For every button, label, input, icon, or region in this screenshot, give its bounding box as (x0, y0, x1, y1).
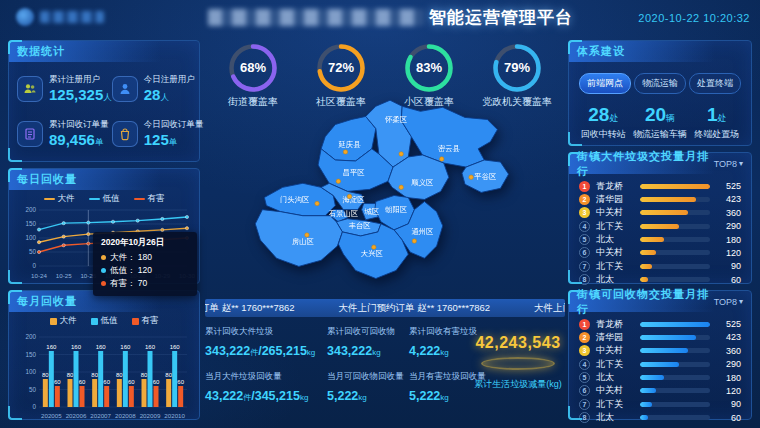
rank-bar-fill (640, 197, 696, 202)
stat-value: 125,325人 (49, 86, 112, 103)
tab-logistics-transport[interactable]: 物流运输 (634, 73, 686, 94)
rank-bar-fill (640, 415, 648, 420)
page-title: 智能运营管理平台 (429, 6, 573, 29)
stat-label: 累计回收订单量 (49, 119, 109, 131)
clock: 2020-10-22 10:20:32 (638, 12, 750, 24)
rank-badge: 7 (579, 261, 590, 272)
order-ticker: 大件上门预约订单 赵** 1760***7862大件上门预约订单 赵** 176… (205, 299, 565, 317)
rank-name: 北太 (596, 233, 638, 246)
rank-bar-track (640, 362, 710, 367)
district-label: 门头沟区 (280, 195, 309, 204)
rank-row: 7北下关90 (579, 261, 741, 271)
rank-value: 423 (717, 332, 741, 342)
district-label: 房山区 (292, 237, 314, 246)
rank-name: 北下关 (596, 260, 638, 273)
district-label: 朝阳区 (384, 205, 407, 214)
site-dot (315, 201, 319, 205)
svg-text:80: 80 (116, 372, 123, 378)
users-icon (17, 76, 43, 102)
rank-badge: 6 (579, 385, 590, 396)
panel-title: 体系建设 (577, 44, 625, 59)
district-label: 大兴区 (361, 249, 383, 258)
rank-row: 7北下关90 (579, 399, 741, 409)
rank-value: 290 (717, 221, 741, 231)
svg-text:80: 80 (165, 372, 172, 378)
rank-row: 1青龙桥525 (579, 181, 741, 191)
legend-swatch (132, 318, 139, 325)
top8-dropdown[interactable]: TOP8 (714, 297, 743, 307)
rank-name: 北下关 (596, 398, 638, 411)
legend-label: 低值 (103, 193, 120, 205)
rank-row: 2清华园423 (579, 332, 741, 342)
summary-label: 累计回收有害垃圾 (409, 326, 475, 338)
rank-name: 中关村 (596, 384, 638, 397)
stat-value: 125单 (144, 131, 204, 148)
summary-value: 343,222件/265,215kg (205, 341, 323, 359)
district-label: 丰台区 (349, 221, 371, 230)
panel-daily-recycling: 每日回收量 大件低值有害 05010015020010-2410-2510-26… (8, 168, 200, 284)
rank-list-large: 1青龙桥5252清华园4233中关村3604北下关2905北太1806中关村12… (569, 174, 751, 289)
svg-text:160: 160 (46, 344, 57, 350)
rank-value: 120 (717, 386, 741, 396)
rank-bar-fill (640, 277, 648, 282)
tab-disposal-terminal[interactable]: 处置终端 (689, 73, 741, 94)
summary-value: 5,222kg (327, 386, 405, 404)
rank-bar-track (640, 277, 710, 282)
legend-label: 大件 (60, 315, 77, 327)
beijing-district-map: 延庆县怀柔区密云县平谷区昌平区顺义区门头沟区海淀区石景山区城区朝阳区丰台区通州区… (236, 96, 540, 302)
rank-bar-fill (640, 264, 652, 269)
rank-bar-track (640, 197, 710, 202)
monthly-chart: 0501001502002020058016060202006801606020… (9, 328, 199, 426)
sys-disposal-site: 1处 终端处置场 (688, 104, 745, 141)
district-label: 海淀区 (343, 195, 365, 204)
tab-front-end-outlets[interactable]: 前端网点 (579, 73, 631, 94)
summary-cell: 累计回收有害垃圾 4,222kg (409, 326, 475, 359)
stat-label: 今日注册用户 (144, 74, 195, 86)
legend-item: 有害 (134, 193, 165, 205)
rank-badge: 4 (579, 221, 590, 232)
svg-text:150: 150 (25, 220, 36, 227)
gauge-percent: 72% (300, 60, 382, 75)
site-dot (439, 157, 443, 161)
rank-value: 90 (717, 261, 741, 271)
svg-text:202006: 202006 (66, 412, 87, 419)
rank-badge: 4 (579, 359, 590, 370)
rank-name: 北太 (596, 411, 638, 424)
svg-text:160: 160 (120, 344, 131, 350)
rank-value: 180 (717, 235, 741, 245)
svg-text:80: 80 (141, 372, 148, 378)
rank-badge: 5 (579, 372, 590, 383)
svg-text:60: 60 (128, 379, 135, 385)
svg-text:10-24: 10-24 (31, 272, 47, 279)
legend-label: 大件 (58, 193, 75, 205)
summary-grid: 累计回收大件垃圾 343,222件/265,215kg 累计回收可回收物 343… (205, 326, 471, 404)
rank-name: 中关村 (596, 246, 638, 259)
legend-swatch (44, 198, 55, 201)
site-dot (399, 152, 403, 156)
svg-text:202009: 202009 (140, 412, 161, 419)
rank-badge: 7 (579, 399, 590, 410)
tooltip-dot (101, 268, 106, 273)
rank-bar-fill (640, 210, 688, 215)
rank-name: 中关村 (596, 206, 638, 219)
rank-bar-track (640, 184, 710, 189)
svg-text:60: 60 (54, 379, 61, 385)
chart-tooltip: 2020年10月26日大件： 180低值： 120有害： 70 (93, 232, 197, 296)
site-dot (336, 179, 340, 183)
rank-badge: 6 (579, 247, 590, 258)
district-label: 昌平区 (343, 168, 365, 177)
monthly-chart-legend: 大件低值有害 (9, 312, 199, 328)
panel-monthly-recycling: 每月回收量 大件低值有害 050100150200202005801606020… (8, 290, 200, 420)
panel-title: 街镇大件垃圾交投量月排行 (577, 149, 714, 179)
tooltip-text: 有害： 70 (110, 277, 147, 290)
gauge-percent: 79% (476, 60, 558, 75)
district-label: 石景山区 (329, 209, 358, 218)
stats-grid: 累计注册用户 125,325人 今日注册用户 28人 累计回收订单量 (9, 62, 199, 149)
rank-bar-fill (640, 362, 679, 367)
rank-bar-fill (640, 250, 656, 255)
district-label: 怀柔区 (384, 115, 407, 124)
svg-text:160: 160 (96, 344, 107, 350)
rank-value: 423 (717, 194, 741, 204)
logo-text-redacted (40, 11, 104, 23)
top8-dropdown[interactable]: TOP8 (714, 159, 743, 169)
